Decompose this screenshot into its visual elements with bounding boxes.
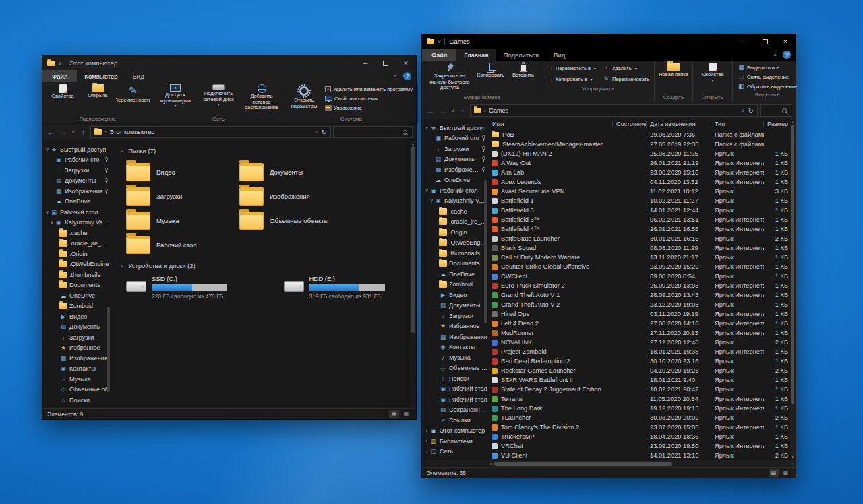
folder-tile[interactable]: Рабочий стол xyxy=(126,232,239,257)
sidebar-scrollbar-thumb[interactable] xyxy=(107,307,110,392)
ribbon-tab[interactable]: Вид xyxy=(546,49,572,61)
drive-tile[interactable]: SSD (C:) 220 ГБ свободно из 476 ГБ xyxy=(126,275,253,300)
file-row[interactable]: Euro Truck Simulator 2 26.09.2020 13:03 … xyxy=(489,281,790,290)
section-header-folders[interactable]: ∨ Папки (7) xyxy=(121,147,410,154)
sidebar-item[interactable]: ♪ Музыка xyxy=(422,352,487,363)
sidebar-item[interactable]: ◇ Объемные об xyxy=(422,363,487,374)
ribbon-small-button[interactable]: × Удалить xyxy=(600,63,652,73)
expand-chevron-icon[interactable]: ∨ xyxy=(429,198,434,203)
details-view-button[interactable]: ▤ xyxy=(389,410,399,418)
up-button[interactable]: ↑ xyxy=(458,105,468,116)
scrollbar-thumb[interactable] xyxy=(494,462,672,466)
up-button[interactable]: ↑ xyxy=(78,127,88,137)
expand-chevron-icon[interactable]: ∨ xyxy=(49,220,55,225)
scroll-up-icon[interactable]: ▲ xyxy=(791,119,794,125)
scroll-down-icon[interactable]: ▼ xyxy=(791,454,794,460)
ribbon-button[interactable]: Доступ к мультимедиа xyxy=(154,83,196,107)
file-row[interactable]: SteamAchievementManager-master 27.05.201… xyxy=(489,139,790,149)
sidebar-item[interactable]: ○ Поиски xyxy=(422,373,487,384)
details-view-button[interactable]: ▤ xyxy=(769,469,779,477)
folder-tile[interactable]: Видео xyxy=(126,160,239,184)
sidebar-item[interactable]: ∨ ★ Быстрый доступ xyxy=(42,144,110,155)
recent-locations-button[interactable]: ∨ xyxy=(450,105,456,116)
scroll-left-icon[interactable]: ◄ xyxy=(489,462,492,466)
expand-chevron-icon[interactable]: ∨ xyxy=(424,188,429,193)
file-row[interactable]: Counter-Strike Global Offensive 23.09.20… xyxy=(489,262,790,272)
scrollbar-thumb[interactable] xyxy=(791,125,794,404)
sidebar-item[interactable]: ↓ Загрузки xyxy=(422,311,487,321)
ribbon-tab[interactable]: Вид xyxy=(125,70,152,82)
sidebar-item[interactable]: ☁ OneDrive xyxy=(42,197,110,208)
vertical-scrollbar[interactable]: ▲ xyxy=(410,140,416,408)
folder-tile[interactable]: Документы xyxy=(239,160,353,184)
sidebar-item[interactable]: ▣ Рабочий стол xyxy=(422,394,487,405)
collapse-ribbon-icon[interactable]: ∧ xyxy=(773,52,777,57)
sidebar-item[interactable]: ∨ ▣ Рабочий стол xyxy=(422,185,487,196)
sidebar-item[interactable]: › ◫ Сеть xyxy=(422,447,487,458)
file-row[interactable]: Battlefield 4™ 26.01.2021 16:55 Ярлык Ин… xyxy=(489,224,790,234)
close-button[interactable]: ✕ xyxy=(775,34,796,49)
column-header[interactable]: Размер xyxy=(764,121,791,128)
file-row[interactable]: The Long Dark 19.12.2020 19:15 Ярлык Инт… xyxy=(489,404,790,413)
file-row[interactable]: Red Dead Redemption 2 30.10.2020 23:16 Я… xyxy=(489,356,790,366)
ribbon-button[interactable]: Копировать xyxy=(475,61,506,79)
titlebar[interactable]: ∨ Games ─ ✕ xyxy=(422,34,796,49)
breadcrumb-bar[interactable]: › Games ∨ ↻ xyxy=(470,104,758,117)
sidebar-item[interactable]: ★ Избранное xyxy=(422,321,487,332)
minimize-button[interactable]: ─ xyxy=(355,56,376,70)
open-settings-button[interactable]: Открыть параметры xyxy=(287,83,321,109)
file-row[interactable]: Tom Clancy's The Division 2 23.07.2020 1… xyxy=(489,422,790,432)
sidebar-item[interactable]: .QtWebEngine xyxy=(42,259,110,270)
titlebar[interactable]: ∨ Этот компьютер ─ ✕ xyxy=(42,56,416,70)
file-row[interactable]: Left 4 Dead 2 27.08.2020 14:16 Ярлык Инт… xyxy=(489,319,790,328)
sidebar-item[interactable]: ★ Избранное xyxy=(42,343,110,354)
address-dropdown-icon[interactable]: ∨ xyxy=(314,129,318,135)
column-header[interactable]: Тип xyxy=(711,121,764,128)
expand-chevron-icon[interactable]: › xyxy=(424,429,429,433)
tab-file[interactable]: Файл xyxy=(42,70,77,82)
sidebar-item[interactable]: ▣ Рабочий стол xyxy=(422,384,487,395)
help-button[interactable]: ? xyxy=(783,51,791,59)
file-row[interactable]: Project Zomboid 18.01.2021 19:38 Ярлык И… xyxy=(489,347,790,356)
file-row[interactable]: TruckersMP 18.04.2020 18:36 Ярлык 1 КБ xyxy=(489,432,790,441)
scrollbar-thumb[interactable] xyxy=(411,146,415,333)
sidebar-item[interactable]: ∨ ◉ Kalyuzhniy Vadim xyxy=(42,218,110,228)
column-header[interactable]: Состояние xyxy=(613,121,647,128)
ribbon-small-button[interactable]: ◧ Обратить выделение xyxy=(735,82,800,91)
folder-tile[interactable]: Изображения xyxy=(239,184,353,208)
sidebar-item[interactable]: ○ Поиски xyxy=(42,395,110,406)
folder-tile[interactable]: Загрузки xyxy=(126,184,239,208)
file-row[interactable]: State of Decay 2 Juggernaut Edition 10.0… xyxy=(489,385,790,394)
sidebar-item[interactable]: ▤ Документы xyxy=(42,176,110,187)
sidebar-item[interactable]: .cache xyxy=(42,228,110,239)
ribbon-small-button[interactable]: Управление xyxy=(322,103,415,113)
sidebar-item[interactable]: ↓ Загрузки xyxy=(422,144,487,154)
breadcrumb-location[interactable]: Этот компьютер xyxy=(109,129,154,135)
file-row[interactable]: Battlefield 3 14.01.2021 12:44 Ярлык 1 К… xyxy=(489,206,790,215)
sidebar-scrollbar-thumb[interactable] xyxy=(484,180,487,323)
sidebar-item[interactable]: ▤ Документы xyxy=(42,322,110,333)
sidebar-item[interactable]: .Origin xyxy=(422,227,487,238)
sidebar-item[interactable]: ↓ Загрузки xyxy=(42,332,110,343)
refresh-button[interactable]: ↻ xyxy=(322,129,327,136)
sidebar-item[interactable]: ☁ OneDrive xyxy=(422,269,487,280)
sidebar-item[interactable]: ♪ Музыка xyxy=(42,374,110,385)
back-button[interactable]: ← xyxy=(425,105,436,116)
column-header[interactable]: Дата изменения xyxy=(647,121,711,128)
recent-locations-button[interactable]: ∨ xyxy=(70,127,76,137)
ribbon-small-button[interactable]: ✎ Переименовать xyxy=(600,74,652,84)
file-row[interactable]: VU Client 14.01.2021 13:16 Ярлык 2 КБ xyxy=(489,451,790,460)
sidebar-item[interactable]: .thumbnails xyxy=(422,248,487,259)
ribbon-small-button[interactable]: Свойства системы xyxy=(322,94,415,103)
vertical-scrollbar[interactable]: ▲ ▼ xyxy=(790,119,796,460)
sidebar-item[interactable]: ∨ ▣ Рабочий стол xyxy=(42,207,110,218)
file-row[interactable]: MudRunner 27.11.2020 20:13 Ярлык Интерне… xyxy=(489,328,790,338)
ribbon-small-button[interactable]: → Копировать в xyxy=(543,74,599,84)
sidebar-item[interactable]: ↓ Загрузки xyxy=(42,165,110,176)
sidebar-item[interactable]: ◇ Объемные об xyxy=(42,385,110,396)
ribbon-button[interactable]: Вставить xyxy=(508,61,539,79)
folder-tile[interactable]: Музыка xyxy=(126,208,239,232)
file-row[interactable]: TLauncher 30.03.2020 20:02 Ярлык 2 КБ xyxy=(489,413,790,422)
sidebar-item[interactable]: ▣ Рабочий сто xyxy=(42,155,110,166)
ribbon-tab[interactable]: Главная xyxy=(456,49,496,61)
